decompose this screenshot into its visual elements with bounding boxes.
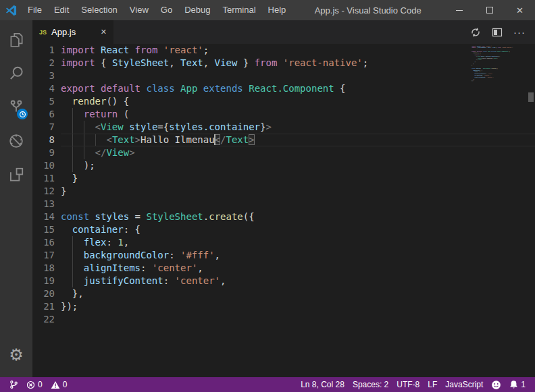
line-content[interactable]: } — [61, 172, 535, 185]
code-line-20[interactable]: 20 }, — [32, 287, 535, 300]
line-number[interactable]: 22 — [32, 313, 61, 326]
status-indentation[interactable]: Spaces: 2 — [349, 377, 392, 392]
line-content[interactable]: <Text>Hallo Ilmenau</Text> — [61, 134, 535, 146]
minimap[interactable]: import React from 'react';import { Style… — [472, 45, 524, 140]
line-number[interactable]: 13 — [32, 198, 61, 211]
activity-extensions-button[interactable] — [0, 158, 32, 192]
code-line-14[interactable]: 14const styles = StyleSheet.create({ — [32, 211, 535, 223]
menu-item-terminal[interactable]: Terminal — [216, 0, 261, 20]
line-content[interactable]: justifyContent: 'center', — [61, 275, 535, 287]
line-content[interactable]: import React from 'react'; — [61, 44, 535, 57]
settings-button[interactable]: ⚙ — [0, 338, 32, 372]
line-content[interactable]: export default class App extends React.C… — [61, 82, 535, 95]
line-number[interactable]: 7 — [32, 121, 61, 134]
menu-item-help[interactable]: Help — [262, 0, 292, 20]
line-number[interactable]: 8 — [32, 134, 61, 146]
line-content[interactable] — [61, 198, 535, 211]
code-line-19[interactable]: 19 justifyContent: 'center', — [32, 275, 535, 287]
line-content[interactable]: }, — [61, 287, 535, 300]
sync-changes-icon[interactable] — [470, 27, 481, 38]
code-line-3[interactable]: 3 — [32, 69, 535, 82]
code-line-16[interactable]: 16 flex: 1, — [32, 236, 535, 249]
code-line-7[interactable]: 7 <View style={styles.container}> — [32, 121, 535, 134]
activity-source-control-button[interactable] — [0, 90, 32, 124]
line-content[interactable]: render() { — [61, 95, 535, 108]
line-number[interactable]: 18 — [32, 262, 61, 275]
activity-debug-button[interactable] — [0, 124, 32, 158]
line-number[interactable]: 1 — [32, 44, 61, 57]
line-content[interactable] — [61, 69, 535, 82]
status-git-branch[interactable] — [5, 377, 22, 392]
maximize-button[interactable] — [474, 0, 505, 20]
line-content[interactable]: </View> — [61, 146, 535, 159]
line-content[interactable]: <View style={styles.container}> — [61, 121, 535, 134]
code-line-2[interactable]: 2import { StyleSheet, Text, View } from … — [32, 57, 535, 69]
menu-item-selection[interactable]: Selection — [75, 0, 123, 20]
line-content[interactable]: container: { — [61, 223, 535, 236]
code-line-21[interactable]: 21}); — [32, 300, 535, 313]
menu-item-go[interactable]: Go — [155, 0, 178, 20]
line-number[interactable]: 14 — [32, 211, 61, 223]
status-warnings[interactable]: 0 — [47, 377, 72, 392]
line-number[interactable]: 15 — [32, 223, 61, 236]
code-line-17[interactable]: 17 backgroundColor: '#fff', — [32, 249, 535, 262]
close-button[interactable]: ✕ — [505, 0, 535, 20]
line-content[interactable] — [61, 313, 535, 326]
status-cursor-position[interactable]: Ln 8, Col 28 — [297, 377, 349, 392]
code-line-10[interactable]: 10 ); — [32, 159, 535, 172]
code-line-8[interactable]: 8 <Text>Hallo Ilmenau</Text> — [32, 134, 535, 146]
line-number[interactable]: 2 — [32, 57, 61, 69]
line-content[interactable]: }); — [61, 300, 535, 313]
line-number[interactable]: 6 — [32, 108, 61, 121]
line-number[interactable]: 16 — [32, 236, 61, 249]
code-editor[interactable]: 1import React from 'react';2import { Sty… — [32, 44, 535, 377]
status-notifications[interactable]: 1 — [505, 377, 530, 392]
line-number[interactable]: 21 — [32, 300, 61, 313]
line-number[interactable]: 3 — [32, 69, 61, 82]
code-line-5[interactable]: 5 render() { — [32, 95, 535, 108]
code-line-22[interactable]: 22 — [32, 313, 535, 326]
tab-appjs[interactable]: JS App.js ✕ — [32, 20, 113, 44]
status-language-mode[interactable]: JavaScript — [441, 377, 487, 392]
menu-item-edit[interactable]: Edit — [48, 0, 75, 20]
line-number[interactable]: 10 — [32, 159, 61, 172]
line-content[interactable]: import { StyleSheet, Text, View } from '… — [61, 57, 535, 69]
line-number[interactable]: 19 — [32, 275, 61, 287]
line-content[interactable]: alignItems: 'center', — [61, 262, 535, 275]
menu-item-view[interactable]: View — [124, 0, 155, 20]
status-encoding[interactable]: UTF-8 — [392, 377, 424, 392]
line-content[interactable]: const styles = StyleSheet.create({ — [61, 211, 535, 223]
line-number[interactable]: 20 — [32, 287, 61, 300]
tab-close-icon[interactable]: ✕ — [101, 28, 107, 36]
minimize-button[interactable] — [444, 0, 474, 20]
line-content[interactable]: ); — [61, 159, 535, 172]
code-line-18[interactable]: 18 alignItems: 'center', — [32, 262, 535, 275]
status-eol[interactable]: LF — [424, 377, 441, 392]
code-line-11[interactable]: 11 } — [32, 172, 535, 185]
status-feedback[interactable] — [487, 377, 505, 392]
split-editor-icon[interactable] — [492, 27, 503, 38]
code-line-13[interactable]: 13 — [32, 198, 535, 211]
code-line-6[interactable]: 6 return ( — [32, 108, 535, 121]
line-content[interactable]: flex: 1, — [61, 236, 535, 249]
more-actions-icon[interactable]: ··· — [513, 27, 526, 37]
line-number[interactable]: 11 — [32, 172, 61, 185]
line-content[interactable]: } — [61, 185, 535, 198]
menu-item-file[interactable]: File — [22, 0, 48, 20]
line-number[interactable]: 4 — [32, 82, 61, 95]
menu-item-debug[interactable]: Debug — [178, 0, 216, 20]
line-content[interactable]: return ( — [61, 108, 535, 121]
code-line-1[interactable]: 1import React from 'react'; — [32, 44, 535, 57]
line-number[interactable]: 12 — [32, 185, 61, 198]
line-content[interactable]: backgroundColor: '#fff', — [61, 249, 535, 262]
code-line-15[interactable]: 15 container: { — [32, 223, 535, 236]
code-line-9[interactable]: 9 </View> — [32, 146, 535, 159]
activity-explorer-button[interactable] — [0, 23, 32, 57]
activity-search-button[interactable] — [0, 57, 32, 90]
code-line-12[interactable]: 12} — [32, 185, 535, 198]
code-line-4[interactable]: 4export default class App extends React.… — [32, 82, 535, 95]
line-number[interactable]: 17 — [32, 249, 61, 262]
status-errors[interactable]: 0 — [22, 377, 47, 392]
line-number[interactable]: 9 — [32, 146, 61, 159]
line-number[interactable]: 5 — [32, 95, 61, 108]
